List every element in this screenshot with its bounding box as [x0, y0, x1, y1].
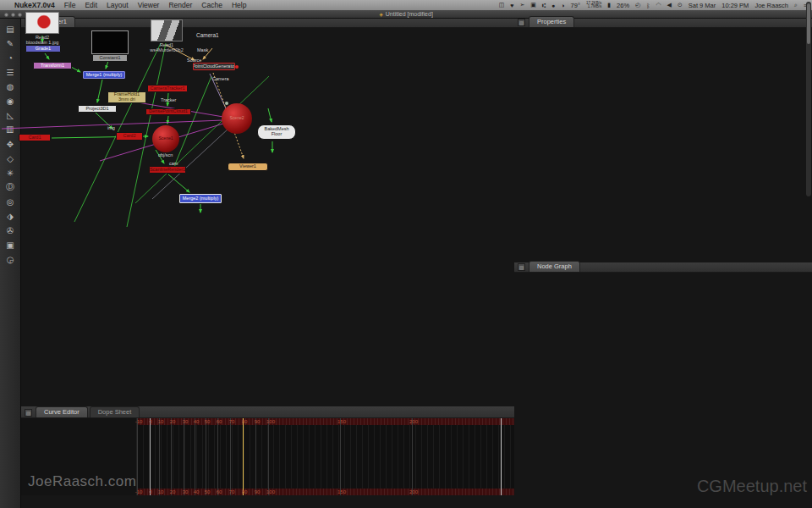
- wifi-icon[interactable]: [656, 2, 661, 8]
- net-down: 1.7MB/s: [586, 5, 601, 9]
- properties-panel-menu-icon[interactable]: [518, 19, 525, 26]
- battery-icon: [607, 2, 611, 8]
- menu-clock[interactable]: 10:29 PM: [721, 2, 749, 9]
- network-speed-status[interactable]: 17.2KB/s 1.7MB/s: [586, 2, 601, 9]
- vpn-status-icon[interactable]: [542, 3, 546, 8]
- node-graph-tab-bar: Node Graph: [514, 262, 812, 273]
- volume-icon[interactable]: [667, 2, 671, 8]
- watermark-left: JoeRaasch.com: [28, 473, 136, 490]
- tab-curve-editor[interactable]: Curve Editor: [36, 406, 88, 417]
- menu-user[interactable]: Joe Raasch: [754, 2, 788, 9]
- menu-date[interactable]: Sat 9 Mar: [689, 2, 716, 9]
- nuke-application-window: NukeX7.0v4 File Edit Layout Viewer Rende…: [0, 0, 812, 508]
- properties-scrollbar[interactable]: [806, 2, 811, 196]
- moon-status-icon[interactable]: [561, 3, 564, 8]
- display-status-icon[interactable]: [499, 2, 505, 8]
- dope-sheet-canvas[interactable]: -10 0 10 20 30 40 50 60 70 80 90 100 150…: [137, 418, 514, 495]
- temperature-status[interactable]: 79°: [571, 2, 580, 9]
- dope-sheet-area[interactable]: JoeRaasch.com -10 0 10 20 30 40 50 60 70…: [21, 418, 514, 495]
- properties-tab-bar: Properties: [514, 19, 812, 28]
- battery-percent[interactable]: 26%: [617, 2, 629, 9]
- recording-status-icon[interactable]: [551, 3, 555, 8]
- app-status-icon[interactable]: [510, 3, 513, 8]
- node-graph-panel-menu-icon[interactable]: [518, 263, 525, 271]
- tab-node-graph[interactable]: Node Graph: [529, 261, 580, 272]
- keyboard-icon[interactable]: [678, 2, 683, 8]
- document-icon: [379, 11, 383, 17]
- tab-properties[interactable]: Properties: [529, 16, 574, 27]
- curve-editor-tree-pane[interactable]: JoeRaasch.com: [21, 418, 137, 495]
- other-nodes-icon[interactable]: [3, 238, 18, 251]
- window-title: Untitled [modified]: [386, 11, 433, 17]
- chat-status-icon[interactable]: [530, 2, 536, 8]
- sync-status-icon[interactable]: [519, 2, 524, 8]
- bluetooth-icon[interactable]: [646, 3, 650, 8]
- tab-dope-sheet[interactable]: Dope Sheet: [90, 406, 140, 417]
- spotlight-icon[interactable]: [794, 2, 798, 8]
- dope-playhead[interactable]: [243, 418, 244, 495]
- curve-panel-menu-icon[interactable]: [25, 409, 32, 417]
- time-machine-icon[interactable]: [635, 2, 640, 8]
- curve-editor-tab-bar: Curve Editor Dope Sheet: [21, 406, 514, 418]
- ocio-icon[interactable]: [3, 252, 18, 266]
